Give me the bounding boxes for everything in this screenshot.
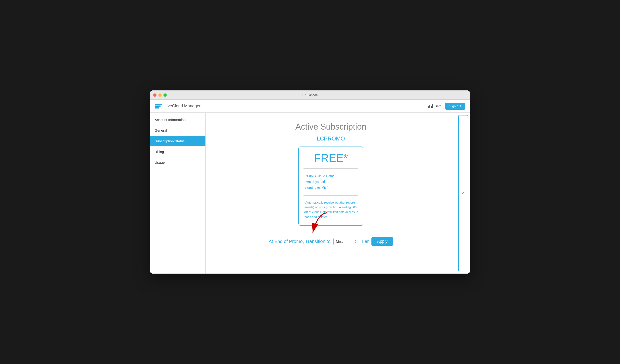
promo-code: LCPROMO [317,136,345,142]
logo-bar-2 [155,106,161,107]
content-area: Account Information General Subscription… [150,113,470,273]
data-icon-area[interactable]: Data [428,104,441,108]
side-panel: < [456,113,470,273]
sidebar-item-general[interactable]: General [150,125,205,136]
titlebar-controls [153,93,167,97]
tier-label: Tier [361,239,369,244]
logo-icon [155,104,162,108]
card-footer-text: * Automatically receive weather reports … [304,200,358,220]
tier-select-wrapper: Mist Basic Standard Premium [333,238,358,245]
sidebar: Account Information General Subscription… [150,113,206,273]
chevron-left-icon: < [462,191,465,196]
header-right: Data Sign out [428,103,465,110]
action-area: At End of Promo, Transition to Mist Basi… [269,235,393,246]
sidebar-item-subscription-status[interactable]: Subscription Status [150,136,205,147]
free-label: FREE* [304,152,358,164]
titlebar: UK-London [150,91,470,100]
window-title: UK-London [302,93,318,97]
minimize-button[interactable] [158,93,162,97]
main-content: Active Subscription LCPROMO FREE* - 500M… [206,113,456,273]
sidebar-item-account-information[interactable]: Account Information [150,115,205,125]
logo-area: LiveCloud Manager [155,104,201,108]
tier-select[interactable]: Mist Basic Standard Premium [333,238,358,245]
logo-bar-3 [155,107,159,108]
apply-button[interactable]: Apply [372,237,393,246]
sidebar-item-billing[interactable]: Billing [150,147,205,157]
header: LiveCloud Manager Data Sign out [150,100,470,113]
logo-bar-1 [155,104,162,105]
app-body: LiveCloud Manager Data Sign out [150,100,470,273]
maximize-button[interactable] [163,93,167,97]
action-bar: At End of Promo, Transition to Mist Basi… [269,237,393,246]
card-features: - 500MB Cloud Data* - 365 days untilretu… [304,173,358,191]
bar-chart-icon [428,104,433,108]
data-label: Data [434,104,441,108]
side-panel-toggle[interactable]: < [458,115,468,271]
subscription-card: FREE* - 500MB Cloud Data* - 365 days unt… [298,147,363,226]
sign-out-button[interactable]: Sign out [445,103,465,110]
card-divider-top [304,168,358,168]
sidebar-item-usage[interactable]: Usage [150,157,205,168]
app-window: UK-London LiveCloud Manager [150,91,470,273]
page-title: Active Subscription [295,122,366,132]
logo-text: LiveCloud Manager [164,104,201,108]
close-button[interactable] [153,93,156,97]
card-divider-bottom [304,196,358,196]
action-label: At End of Promo, Transition to [269,239,331,244]
